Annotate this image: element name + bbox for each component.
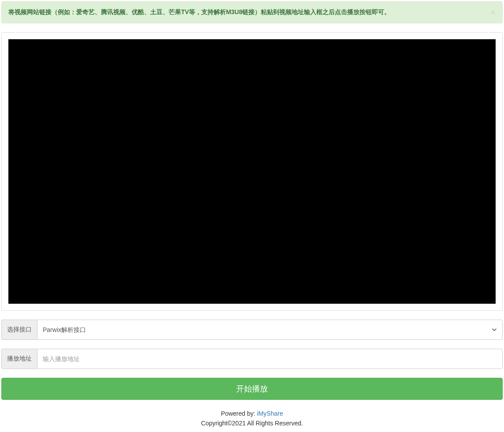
url-input[interactable] xyxy=(37,349,503,369)
video-panel xyxy=(1,32,503,311)
play-button[interactable]: 开始播放 xyxy=(1,378,503,400)
url-input-group: 播放地址 xyxy=(1,349,503,369)
video-player[interactable] xyxy=(8,39,496,304)
alert-message: 将视频网站链接（例如：爱奇艺、腾讯视频、优酷、土豆、芒果TV等，支持解析M3U8… xyxy=(8,8,390,15)
info-alert: 将视频网站链接（例如：爱奇艺、腾讯视频、优酷、土豆、芒果TV等，支持解析M3U8… xyxy=(1,1,503,23)
url-input-label: 播放地址 xyxy=(1,349,37,369)
footer: Powered by: iMyShare Copyright©2021 All … xyxy=(0,409,504,428)
powered-by-link[interactable]: iMyShare xyxy=(257,410,283,417)
powered-by-text: Powered by: xyxy=(221,410,257,417)
alert-close-button[interactable]: × xyxy=(490,8,496,17)
interface-select-label: 选择接口 xyxy=(1,320,37,340)
copyright-text: Copyright©2021 All Rights Reserved. xyxy=(0,418,504,428)
interface-select[interactable]: Parwix解析接口 xyxy=(37,320,503,340)
interface-select-group: 选择接口 Parwix解析接口 xyxy=(1,320,503,340)
powered-by-line: Powered by: iMyShare xyxy=(0,409,504,418)
